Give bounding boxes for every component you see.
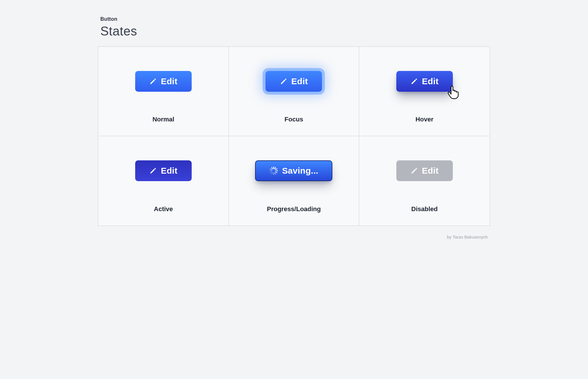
button-label: Edit bbox=[291, 76, 308, 86]
edit-button-normal[interactable]: Edit bbox=[135, 71, 192, 92]
state-cell-disabled: Edit Disabled bbox=[359, 136, 490, 226]
pencil-icon bbox=[410, 78, 418, 85]
heading: Button States bbox=[98, 16, 490, 46]
edit-button-active[interactable]: Edit bbox=[135, 160, 192, 181]
edit-button-disabled: Edit bbox=[396, 160, 453, 181]
pencil-icon bbox=[410, 167, 418, 175]
edit-button-focus[interactable]: Edit bbox=[265, 71, 322, 92]
state-cell-normal: Edit Normal bbox=[98, 47, 229, 136]
states-grid: Edit Normal Edit Focus bbox=[98, 46, 490, 226]
pencil-icon bbox=[280, 78, 287, 85]
state-label: Progress/Loading bbox=[267, 205, 321, 226]
heading-overline: Button bbox=[100, 16, 490, 22]
edit-button-loading[interactable]: Saving... bbox=[255, 160, 332, 181]
heading-title: States bbox=[100, 24, 490, 38]
button-label: Edit bbox=[422, 166, 439, 176]
state-label: Active bbox=[154, 205, 173, 226]
state-label: Hover bbox=[415, 116, 433, 136]
button-label: Edit bbox=[161, 166, 178, 176]
state-cell-focus: Edit Focus bbox=[229, 47, 359, 136]
state-label: Focus bbox=[284, 116, 303, 136]
state-label: Disabled bbox=[411, 205, 438, 226]
pencil-icon bbox=[149, 167, 157, 175]
button-label: Saving... bbox=[282, 166, 318, 176]
edit-button-hover[interactable]: Edit bbox=[396, 71, 453, 92]
spinner-icon bbox=[269, 166, 278, 175]
credit-text: by Taras Bakusevych bbox=[98, 226, 490, 239]
pencil-icon bbox=[149, 78, 157, 85]
state-cell-active: Edit Active bbox=[98, 136, 229, 226]
button-label: Edit bbox=[422, 76, 439, 86]
state-label: Normal bbox=[152, 116, 174, 136]
button-label: Edit bbox=[161, 76, 178, 86]
state-cell-loading: Saving... Progress/Loading bbox=[229, 136, 359, 226]
state-cell-hover: Edit Hover bbox=[359, 47, 490, 136]
